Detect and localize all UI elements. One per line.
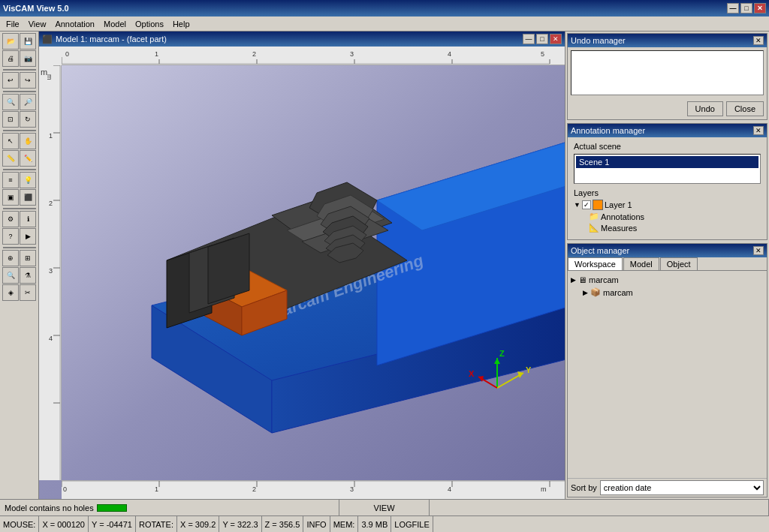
view-front-button[interactable]: ▣ xyxy=(2,189,19,206)
obj-child-item[interactable]: ▶ 📦 marcam xyxy=(571,286,764,299)
undo-manager-close[interactable]: ✕ xyxy=(753,36,764,45)
viewport-maximize-button[interactable]: □ xyxy=(536,34,548,44)
svg-text:3: 3 xyxy=(49,267,53,275)
tab-object[interactable]: Object xyxy=(660,257,698,270)
fit-view-button[interactable]: ⊡ xyxy=(2,111,19,128)
svg-text:4: 4 xyxy=(448,50,451,58)
settings-button[interactable]: ⚙ xyxy=(2,211,19,227)
filter-button[interactable]: ⚗ xyxy=(20,267,36,284)
close-undo-button[interactable]: Close xyxy=(726,101,764,116)
toolbar-separator-5 xyxy=(3,208,36,209)
grid-button[interactable]: ⊞ xyxy=(20,250,36,266)
object-manager-close[interactable]: ✕ xyxy=(753,246,764,255)
layer-1-item[interactable]: ▼ ✓ Layer 1 xyxy=(574,199,761,211)
svg-text:4: 4 xyxy=(49,335,53,342)
print-button[interactable]: 🖨 xyxy=(2,50,19,67)
minimize-button[interactable]: — xyxy=(727,3,739,14)
save-button[interactable]: 💾 xyxy=(20,33,36,50)
mouse-x: X = 000120 xyxy=(39,516,89,532)
annotation-manager-title: Annotation manager xyxy=(571,126,645,135)
zoom-in-button[interactable]: 🔍 xyxy=(2,94,19,110)
layer-1-label: Layer 1 xyxy=(605,200,632,209)
annotation-manager-close[interactable]: ✕ xyxy=(753,126,764,135)
select-button[interactable]: ↖ xyxy=(2,133,19,149)
maximize-button[interactable]: □ xyxy=(740,3,752,14)
mem-value: 3.9 MB xyxy=(358,516,391,532)
view3d-button[interactable]: ◈ xyxy=(2,284,19,301)
menu-annotation[interactable]: Annotation xyxy=(50,18,99,30)
viewport-close-button[interactable]: ✕ xyxy=(550,34,562,44)
undo-history-area xyxy=(571,50,764,95)
menu-help[interactable]: Help xyxy=(168,18,195,30)
ruler-top: 0 1 2 3 4 5 xyxy=(62,47,565,65)
annotate-button[interactable]: ✏️ xyxy=(20,150,36,167)
redo-button[interactable]: ↪ xyxy=(20,72,36,89)
annotation-manager-header: Annotation manager ✕ xyxy=(568,124,767,137)
info-label: INFO xyxy=(303,516,330,532)
toolbar-separator-1 xyxy=(3,69,36,71)
close-app-button[interactable]: ✕ xyxy=(754,3,766,14)
undo-manager-title: Undo manager xyxy=(571,36,626,45)
layer-button[interactable]: ≡ xyxy=(2,172,19,188)
info-button[interactable]: ℹ xyxy=(20,211,36,227)
svg-text:3: 3 xyxy=(350,485,354,493)
snap-button[interactable]: ⊕ xyxy=(2,250,19,266)
undo-button[interactable]: ↩ xyxy=(2,72,19,89)
status-message: Model contains no holes xyxy=(0,500,339,515)
rotate-label: ROTATE: xyxy=(136,516,177,532)
tab-workspace[interactable]: Workspace xyxy=(568,257,623,270)
pan-button[interactable]: ✋ xyxy=(20,133,36,149)
toolbar-separator-4 xyxy=(3,169,36,170)
menu-options[interactable]: Options xyxy=(131,18,168,30)
svg-text:0: 0 xyxy=(65,50,69,58)
annotations-label: Annotations xyxy=(601,212,644,221)
measure-button[interactable]: 📏 xyxy=(2,150,19,167)
scene-item[interactable]: Scene 1 xyxy=(576,156,758,168)
svg-text:5: 5 xyxy=(541,50,544,58)
undo-buttons-row: Undo Close xyxy=(568,98,767,119)
app-title: VisCAM View 5.0 xyxy=(3,4,69,13)
3d-viewport[interactable]: 0 1 2 3 4 5 m xyxy=(39,47,565,499)
annotations-item[interactable]: 📁 Annotations xyxy=(589,211,761,222)
capture-button[interactable]: 📷 xyxy=(20,50,36,67)
expand-icon-child[interactable]: ▶ xyxy=(583,289,588,296)
menu-model[interactable]: Model xyxy=(99,18,131,30)
light-button[interactable]: 💡 xyxy=(20,172,36,188)
layer-1-color-icon xyxy=(593,200,603,210)
object-manager-header: Object manager ✕ xyxy=(568,244,767,257)
undo-manager-panel: Undo manager ✕ Undo Close xyxy=(567,33,767,120)
layer-1-checkbox[interactable]: ✓ xyxy=(582,200,591,209)
expand-icon-root[interactable]: ▶ xyxy=(571,276,576,284)
clip-button[interactable]: ✂ xyxy=(20,284,36,301)
viewport-icon: ⬛ xyxy=(42,35,53,44)
annotation-manager-panel: Annotation manager ✕ Actual scene Scene … xyxy=(567,123,767,240)
undo-button-panel[interactable]: Undo xyxy=(687,101,723,116)
viewport-titlebar: ⬛ Model 1: marcam - (facet part) — □ ✕ xyxy=(39,32,565,47)
title-controls: — □ ✕ xyxy=(727,3,766,14)
viewport-container: ⬛ Model 1: marcam - (facet part) — □ ✕ 0 xyxy=(39,32,565,499)
open-button[interactable]: 📂 xyxy=(2,33,19,50)
app-title-bar: VisCAM View 5.0 — □ ✕ xyxy=(0,0,769,17)
layers-label: Layers xyxy=(574,188,761,197)
zoom-out-button[interactable]: 🔎 xyxy=(20,94,36,110)
info-bar: MOUSE: X = 000120 Y = -04471 ROTATE: X =… xyxy=(0,515,769,532)
viewport-minimize-button[interactable]: — xyxy=(523,34,535,44)
layer-expand-icon[interactable]: ▼ xyxy=(574,201,581,209)
object-manager-tabs: Workspace Model Object xyxy=(568,257,767,271)
folder-icon-measures: 📐 xyxy=(589,223,599,233)
view-top-button[interactable]: ⬛ xyxy=(20,189,36,206)
measures-item[interactable]: 📐 Measures xyxy=(589,222,761,233)
menu-view[interactable]: View xyxy=(24,18,51,30)
mem-label: MEM: xyxy=(330,516,359,532)
menu-file[interactable]: File xyxy=(2,18,24,30)
tool-extra-button[interactable]: ▶ xyxy=(20,228,36,245)
rotate-button[interactable]: ↻ xyxy=(20,111,36,128)
sort-select[interactable]: creation date name type xyxy=(600,480,764,495)
rotate-x: X = 309.2 xyxy=(177,516,219,532)
search-button[interactable]: 🔍 xyxy=(2,267,19,284)
tab-model[interactable]: Model xyxy=(623,257,659,270)
svg-text:Z: Z xyxy=(499,349,505,358)
help-button[interactable]: ? xyxy=(2,228,19,245)
obj-root-item[interactable]: ▶ 🖥 marcam xyxy=(571,274,764,286)
rotate-z: Z = 356.5 xyxy=(262,516,304,532)
